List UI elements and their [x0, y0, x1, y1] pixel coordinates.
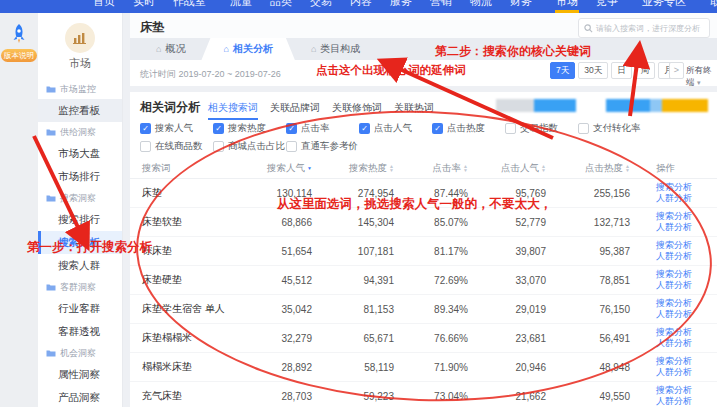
col-click-popularity[interactable]: 点击人气 ▲▼ [480, 162, 558, 175]
nav-item[interactable]: 内容 [341, 0, 381, 13]
related-word-tab[interactable]: 关联修饰词 [332, 101, 382, 120]
nav-item[interactable]: 品类 [261, 0, 301, 13]
search-analysis-link[interactable]: 搜索分析 [656, 240, 705, 251]
sidebar-entry[interactable]: 产品洞察 [38, 386, 122, 407]
filter-checkbox[interactable]: 直通车参考价 [286, 140, 359, 153]
sidebar-entry-label: 客群透视 [58, 325, 100, 339]
sidebar-entry[interactable]: 搜索人群 [38, 254, 122, 277]
crowd-analysis-link[interactable]: 人群分析 [656, 193, 705, 204]
search-analysis-link[interactable]: 搜索分析 [656, 182, 705, 193]
crowd-analysis-link[interactable]: 人群分析 [656, 280, 705, 291]
actions-cell: 搜索分析 人群分析 [642, 327, 705, 349]
crowd-analysis-link[interactable]: 人群分析 [656, 309, 705, 320]
market-module-icon[interactable] [65, 23, 95, 53]
filter-checkbox[interactable]: 搜索人气 [140, 122, 213, 135]
legend-bar [496, 99, 708, 112]
filter-checkbox[interactable]: 商城点击占比 [213, 140, 286, 153]
filter-checkbox[interactable]: 点击人气 [359, 122, 432, 135]
nav-item[interactable]: 服务 [381, 0, 421, 13]
nav-item[interactable]: 作战室 [164, 0, 215, 13]
sidebar-entry[interactable]: 市场大盘 [38, 142, 122, 165]
crowd-analysis-link[interactable]: 人群分析 [656, 338, 705, 349]
nav-item[interactable]: 实时 [124, 0, 164, 13]
click-heat-cell: 49,550 [558, 391, 642, 402]
tab-label: 类目构成 [320, 42, 360, 56]
filter-checkbox[interactable]: 支付转化率 [578, 122, 651, 135]
search-heat-cell: 107,181 [324, 246, 406, 257]
filter-checkbox[interactable]: 交易指数 [505, 122, 578, 135]
nav-item[interactable]: 业务专区 [633, 0, 695, 13]
tab-overview[interactable]: ⌂ 概况 [140, 38, 201, 60]
sidebar-entry-label: 搜索洞察 [60, 192, 96, 205]
checkbox-icon [140, 141, 151, 152]
nav-item[interactable]: 首页 [84, 0, 124, 13]
related-word-tab[interactable]: 关联热词 [394, 101, 434, 120]
nav-item[interactable]: 财务 [501, 0, 541, 13]
search-popularity-cell: 130,114 [242, 188, 324, 199]
crowd-analysis-link[interactable]: 人群分析 [656, 396, 705, 407]
sidebar-entry[interactable]: 客群洞察 [38, 277, 122, 297]
nav-item-label: 实时 [133, 0, 155, 7]
sidebar-entry[interactable]: 监控看板 [38, 99, 122, 122]
sidebar-entry[interactable]: 行业客群 [38, 297, 122, 320]
sidebar-entry[interactable]: 搜索排行 [38, 208, 122, 231]
version-badge[interactable]: 版本说明 [1, 49, 37, 62]
filter-checkbox[interactable]: 搜索热度 [213, 122, 286, 135]
keyword-cell: 榻榻米床垫 [142, 360, 242, 374]
filter-checkbox[interactable]: 点击热度 [432, 122, 505, 135]
sidebar-entry[interactable]: 搜索洞察 [38, 188, 122, 208]
search-analysis-link[interactable]: 搜索分析 [656, 211, 705, 222]
crowd-analysis-link[interactable]: 人群分析 [656, 222, 705, 233]
metric-filters-row1: 搜索人气 搜索热度 点击率 点击人气 [140, 122, 651, 135]
sidebar-entry[interactable]: 市场排行 [38, 165, 122, 188]
search-analysis-link[interactable]: 搜索分析 [656, 327, 705, 338]
terminal-dropdown[interactable]: 所有终端 ▾ [686, 65, 717, 89]
sidebar-entry[interactable]: 搜索分析 [38, 231, 122, 254]
nav-item[interactable]: 市场 [547, 0, 587, 13]
rocket-icon[interactable] [10, 23, 28, 45]
col-search-heat[interactable]: 搜索热度 ▲▼ [324, 162, 406, 175]
search-popularity-cell: 68,866 [242, 217, 324, 228]
click-heat-cell: 78,851 [558, 275, 642, 286]
date-range-button[interactable]: 日 [611, 62, 632, 79]
tab-category-composition[interactable]: ⌂ 类目构成 [295, 38, 376, 60]
search-analysis-link[interactable]: 搜索分析 [656, 298, 705, 309]
sidebar-entry[interactable]: 供给洞察 [38, 122, 122, 142]
sidebar-entry[interactable]: 机会洞察 [38, 343, 122, 363]
nav-item[interactable]: 营销 [421, 0, 461, 13]
col-search-popularity[interactable]: 搜索人气 ▼ [242, 162, 324, 175]
nav-item[interactable]: 竞争 [587, 0, 627, 13]
sidebar-entry[interactable]: 市场监控 [38, 79, 122, 99]
nav-item[interactable]: 流量 [221, 0, 261, 13]
date-range-button[interactable]: 30天 [578, 62, 608, 79]
page-tabs: ⌂ 概况 ⌂ 相关分析 ⌂ 类目构成 [130, 38, 717, 60]
tab-related-analysis[interactable]: ⌂ 相关分析 [201, 38, 294, 60]
date-range-button[interactable]: 7天 [550, 62, 575, 79]
nav-item-label: 业务专区 [642, 0, 686, 7]
crowd-analysis-link[interactable]: 人群分析 [656, 251, 705, 262]
chevron-right-icon[interactable]: > [669, 62, 684, 79]
click-rate-cell: 81.17% [406, 246, 480, 257]
tab-label: 概况 [165, 42, 185, 56]
search-analysis-link[interactable]: 搜索分析 [656, 356, 705, 367]
nav-item[interactable]: 交易 [301, 0, 341, 13]
search-analysis-link[interactable]: 搜索分析 [656, 269, 705, 280]
keyword-cell: 床垫软垫 [142, 215, 242, 229]
nav-item[interactable]: 物流 [461, 0, 501, 13]
tab-lock-icon: ⌂ [156, 45, 161, 54]
nav-item[interactable]: 取数 [701, 0, 717, 13]
sidebar-entry[interactable]: 属性洞察 [38, 363, 122, 386]
nav-item-label: 交易 [310, 0, 332, 7]
related-word-tab[interactable]: 关联品牌词 [270, 101, 320, 120]
folder-icon [46, 194, 56, 202]
col-click-rate[interactable]: 点击率 ▲▼ [406, 162, 480, 175]
filter-checkbox[interactable]: 在线商品数 [140, 140, 213, 153]
sidebar-entry[interactable]: 客群透视 [38, 320, 122, 343]
search-analysis-link[interactable]: 搜索分析 [656, 385, 705, 396]
date-range-button[interactable]: 周 [635, 62, 656, 79]
search-input[interactable]: 请输入搜索词，进行深度分析 [578, 18, 710, 38]
related-word-tab[interactable]: 相关搜索词 [208, 101, 258, 120]
crowd-analysis-link[interactable]: 人群分析 [656, 367, 705, 378]
col-click-heat[interactable]: 点击热度 ▲▼ [558, 162, 642, 175]
filter-checkbox[interactable]: 点击率 [286, 122, 359, 135]
